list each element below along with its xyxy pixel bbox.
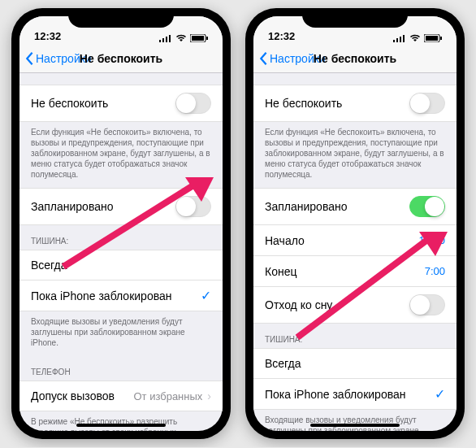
bedtime-label: Отход ко сну (265, 298, 332, 311)
svg-rect-14 (426, 36, 438, 41)
phone-right: 12:32 Настройки Не беспокоить Не беспоко… (245, 8, 465, 439)
silence-header: ТИШИНА: (19, 225, 223, 250)
end-value: 7:00 (425, 265, 445, 277)
allow-label: Допуск вызовов (31, 389, 115, 402)
home-indicator[interactable] (310, 424, 400, 427)
locked-label: Пока iPhone заблокирован (265, 388, 405, 401)
scheduled-label: Запланировано (31, 200, 114, 213)
dnd-toggle[interactable] (175, 93, 211, 114)
dnd-row[interactable]: Не беспокоить (19, 85, 223, 122)
always-label: Всегда (265, 357, 301, 370)
dnd-footer: Если функция «Не беспокоить» включена, т… (19, 122, 223, 188)
svg-rect-15 (440, 37, 442, 40)
nav-bar: Настройки Не беспокоить (253, 44, 457, 73)
start-value: 17:00 (418, 234, 445, 246)
scheduled-row[interactable]: Запланировано (253, 188, 457, 225)
notch (302, 8, 408, 28)
allow-calls-row[interactable]: Допуск вызовов От избранных› (19, 381, 223, 411)
page-title: Не беспокоить (314, 52, 396, 65)
svg-rect-11 (400, 37, 401, 42)
battery-icon (190, 34, 208, 42)
always-row[interactable]: Всегда (253, 348, 457, 379)
allow-value: От избранных (133, 390, 202, 402)
start-label: Начало (265, 234, 305, 247)
locked-row[interactable]: Пока iPhone заблокирован ✓ (19, 281, 223, 311)
dnd-toggle[interactable] (409, 93, 445, 114)
screen: 12:32 Настройки Не беспокоить Не беспоко… (253, 16, 457, 431)
signal-icon (159, 34, 172, 42)
chevron-right-icon: › (207, 389, 211, 402)
check-icon: ✓ (201, 288, 211, 303)
dnd-row[interactable]: Не беспокоить (253, 85, 457, 122)
status-right (393, 34, 442, 42)
scheduled-toggle[interactable] (175, 196, 211, 217)
bedtime-row[interactable]: Отход ко сну (253, 287, 457, 324)
dnd-label: Не беспокоить (31, 97, 108, 110)
status-time: 12:32 (34, 30, 61, 42)
check-icon: ✓ (435, 386, 445, 402)
screen: 12:32 Настройки Не беспокоить Не беспоко… (19, 16, 223, 431)
content[interactable]: Не беспокоить Если функция «Не беспокоит… (253, 73, 457, 431)
svg-rect-1 (162, 38, 164, 42)
notch (68, 8, 174, 28)
silence-footer: Входящие вызовы и уведомления будут загл… (19, 311, 223, 356)
svg-rect-12 (403, 35, 405, 42)
always-label: Всегда (31, 259, 67, 272)
svg-rect-6 (206, 37, 208, 40)
start-row[interactable]: Начало 17:00 (253, 225, 457, 256)
wifi-icon (175, 34, 187, 42)
locked-label: Пока iPhone заблокирован (31, 289, 171, 302)
svg-rect-3 (169, 35, 171, 42)
status-time: 12:32 (268, 30, 295, 42)
scheduled-toggle[interactable] (409, 196, 445, 217)
svg-rect-5 (192, 36, 204, 41)
battery-icon (424, 34, 442, 42)
locked-row[interactable]: Пока iPhone заблокирован ✓ (253, 379, 457, 410)
content[interactable]: Не беспокоить Если функция «Не беспокоит… (19, 73, 223, 431)
silence-header: ТИШИНА: (253, 324, 457, 348)
nav-bar: Настройки Не беспокоить (19, 44, 223, 73)
signal-icon (393, 34, 406, 42)
svg-rect-9 (393, 40, 395, 42)
back-chevron-icon (258, 51, 268, 66)
scheduled-row[interactable]: Запланировано (19, 188, 223, 225)
svg-rect-0 (159, 40, 161, 42)
silence-footer: Входящие вызовы и уведомления будут загл… (253, 410, 457, 431)
status-right (159, 34, 208, 42)
page-title: Не беспокоить (80, 52, 162, 65)
phone-left: 12:32 Настройки Не беспокоить Не беспоко… (11, 8, 231, 439)
always-row[interactable]: Всегда (19, 250, 223, 281)
home-indicator[interactable] (76, 424, 166, 427)
dnd-label: Не беспокоить (265, 97, 342, 110)
dnd-footer: Если функция «Не беспокоить» включена, т… (253, 122, 457, 188)
bedtime-toggle[interactable] (409, 294, 445, 315)
phone-header: ТЕЛЕФОН (19, 356, 223, 381)
end-row[interactable]: Конец 7:00 (253, 256, 457, 287)
scheduled-label: Запланировано (265, 200, 348, 213)
svg-rect-2 (166, 37, 167, 42)
end-label: Конец (265, 265, 296, 278)
wifi-icon (409, 34, 421, 42)
svg-rect-10 (396, 38, 398, 42)
back-chevron-icon (24, 51, 34, 66)
allow-footer: В режиме «Не беспокоить» разрешить входя… (19, 411, 223, 431)
